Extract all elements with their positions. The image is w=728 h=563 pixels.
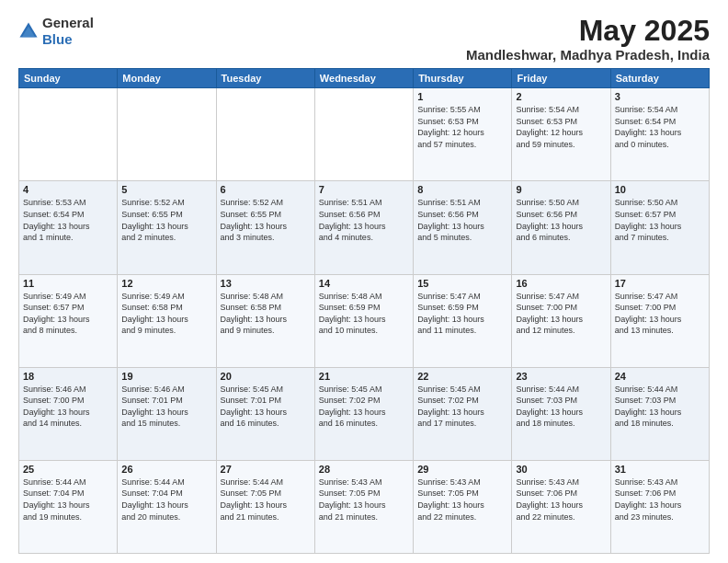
logo-blue: Blue: [42, 31, 73, 47]
day-info: Sunrise: 5:48 AM Sunset: 6:58 PM Dayligh…: [221, 291, 311, 337]
day-number: 29: [417, 464, 507, 475]
day-info: Sunrise: 5:54 AM Sunset: 6:54 PM Dayligh…: [615, 104, 705, 150]
calendar-cell: 7Sunrise: 5:51 AM Sunset: 6:56 PM Daylig…: [314, 181, 413, 274]
calendar-cell: 26Sunrise: 5:44 AM Sunset: 7:04 PM Dayli…: [118, 460, 216, 553]
calendar-cell: 27Sunrise: 5:44 AM Sunset: 7:05 PM Dayli…: [216, 460, 314, 553]
day-number: 16: [516, 278, 606, 289]
day-number: 28: [319, 464, 409, 475]
calendar-header-thursday: Thursday: [414, 69, 512, 88]
day-number: 13: [221, 278, 311, 289]
day-info: Sunrise: 5:46 AM Sunset: 7:01 PM Dayligh…: [121, 384, 211, 430]
day-number: 23: [516, 371, 606, 382]
calendar-table: SundayMondayTuesdayWednesdayThursdayFrid…: [18, 68, 710, 554]
calendar-week-row: 18Sunrise: 5:46 AM Sunset: 7:00 PM Dayli…: [19, 367, 710, 460]
day-number: 2: [516, 91, 606, 102]
day-info: Sunrise: 5:55 AM Sunset: 6:53 PM Dayligh…: [417, 104, 507, 150]
calendar-cell: 3Sunrise: 5:54 AM Sunset: 6:54 PM Daylig…: [610, 88, 709, 181]
calendar-cell: 28Sunrise: 5:43 AM Sunset: 7:05 PM Dayli…: [314, 460, 413, 553]
calendar-week-row: 11Sunrise: 5:49 AM Sunset: 6:57 PM Dayli…: [19, 274, 710, 367]
day-info: Sunrise: 5:49 AM Sunset: 6:58 PM Dayligh…: [121, 291, 211, 337]
day-number: 14: [319, 278, 409, 289]
day-number: 12: [121, 278, 211, 289]
calendar-cell: 4Sunrise: 5:53 AM Sunset: 6:54 PM Daylig…: [19, 181, 118, 274]
calendar-cell: 22Sunrise: 5:45 AM Sunset: 7:02 PM Dayli…: [414, 367, 512, 460]
day-info: Sunrise: 5:43 AM Sunset: 7:06 PM Dayligh…: [516, 477, 606, 523]
day-info: Sunrise: 5:43 AM Sunset: 7:05 PM Dayligh…: [319, 477, 409, 523]
day-number: 3: [615, 91, 705, 102]
day-info: Sunrise: 5:44 AM Sunset: 7:04 PM Dayligh…: [23, 477, 113, 523]
calendar-cell: [118, 88, 216, 181]
day-number: 10: [615, 184, 705, 195]
day-number: 15: [417, 278, 507, 289]
calendar-cell: 24Sunrise: 5:44 AM Sunset: 7:03 PM Dayli…: [610, 367, 709, 460]
subtitle: Mandleshwar, Madhya Pradesh, India: [466, 47, 710, 63]
calendar-cell: 21Sunrise: 5:45 AM Sunset: 7:02 PM Dayli…: [314, 367, 413, 460]
day-number: 25: [23, 464, 113, 475]
calendar-cell: 12Sunrise: 5:49 AM Sunset: 6:58 PM Dayli…: [118, 274, 216, 367]
day-info: Sunrise: 5:51 AM Sunset: 6:56 PM Dayligh…: [417, 197, 507, 243]
calendar-cell: 2Sunrise: 5:54 AM Sunset: 6:53 PM Daylig…: [512, 88, 610, 181]
day-number: 11: [23, 278, 113, 289]
day-info: Sunrise: 5:43 AM Sunset: 7:05 PM Dayligh…: [417, 477, 507, 523]
calendar-week-row: 4Sunrise: 5:53 AM Sunset: 6:54 PM Daylig…: [19, 181, 710, 274]
calendar-header-sunday: Sunday: [19, 69, 118, 88]
calendar-cell: 8Sunrise: 5:51 AM Sunset: 6:56 PM Daylig…: [414, 181, 512, 274]
calendar-cell: [216, 88, 314, 181]
calendar-cell: 30Sunrise: 5:43 AM Sunset: 7:06 PM Dayli…: [512, 460, 610, 553]
day-info: Sunrise: 5:47 AM Sunset: 6:59 PM Dayligh…: [417, 291, 507, 337]
calendar-header-wednesday: Wednesday: [314, 69, 413, 88]
day-info: Sunrise: 5:54 AM Sunset: 6:53 PM Dayligh…: [516, 104, 606, 150]
main-title: May 2025: [466, 15, 710, 47]
day-info: Sunrise: 5:45 AM Sunset: 7:02 PM Dayligh…: [417, 384, 507, 430]
calendar-cell: 10Sunrise: 5:50 AM Sunset: 6:57 PM Dayli…: [610, 181, 709, 274]
calendar-cell: 25Sunrise: 5:44 AM Sunset: 7:04 PM Dayli…: [19, 460, 118, 553]
calendar-week-row: 1Sunrise: 5:55 AM Sunset: 6:53 PM Daylig…: [19, 88, 710, 181]
day-info: Sunrise: 5:44 AM Sunset: 7:04 PM Dayligh…: [121, 477, 211, 523]
calendar-header-monday: Monday: [118, 69, 216, 88]
day-info: Sunrise: 5:44 AM Sunset: 7:03 PM Dayligh…: [516, 384, 606, 430]
calendar-cell: [314, 88, 413, 181]
day-number: 22: [417, 371, 507, 382]
calendar-cell: 16Sunrise: 5:47 AM Sunset: 7:00 PM Dayli…: [512, 274, 610, 367]
calendar-cell: 20Sunrise: 5:45 AM Sunset: 7:01 PM Dayli…: [216, 367, 314, 460]
day-number: 5: [121, 184, 211, 195]
day-number: 24: [615, 371, 705, 382]
calendar-header-tuesday: Tuesday: [216, 69, 314, 88]
title-block: May 2025 Mandleshwar, Madhya Pradesh, In…: [466, 15, 710, 63]
day-number: 18: [23, 371, 113, 382]
day-number: 4: [23, 184, 113, 195]
day-info: Sunrise: 5:51 AM Sunset: 6:56 PM Dayligh…: [319, 197, 409, 243]
day-info: Sunrise: 5:46 AM Sunset: 7:00 PM Dayligh…: [23, 384, 113, 430]
calendar-cell: 23Sunrise: 5:44 AM Sunset: 7:03 PM Dayli…: [512, 367, 610, 460]
calendar-cell: 15Sunrise: 5:47 AM Sunset: 6:59 PM Dayli…: [414, 274, 512, 367]
day-number: 21: [319, 371, 409, 382]
calendar-week-row: 25Sunrise: 5:44 AM Sunset: 7:04 PM Dayli…: [19, 460, 710, 553]
day-info: Sunrise: 5:44 AM Sunset: 7:05 PM Dayligh…: [221, 477, 311, 523]
day-info: Sunrise: 5:53 AM Sunset: 6:54 PM Dayligh…: [23, 197, 113, 243]
calendar-header-friday: Friday: [512, 69, 610, 88]
day-number: 6: [221, 184, 311, 195]
day-info: Sunrise: 5:52 AM Sunset: 6:55 PM Dayligh…: [121, 197, 211, 243]
calendar-cell: 13Sunrise: 5:48 AM Sunset: 6:58 PM Dayli…: [216, 274, 314, 367]
calendar-cell: 6Sunrise: 5:52 AM Sunset: 6:55 PM Daylig…: [216, 181, 314, 274]
day-number: 30: [516, 464, 606, 475]
calendar-cell: [19, 88, 118, 181]
calendar-header-saturday: Saturday: [610, 69, 709, 88]
calendar-cell: 19Sunrise: 5:46 AM Sunset: 7:01 PM Dayli…: [118, 367, 216, 460]
day-info: Sunrise: 5:45 AM Sunset: 7:02 PM Dayligh…: [319, 384, 409, 430]
day-info: Sunrise: 5:47 AM Sunset: 7:00 PM Dayligh…: [516, 291, 606, 337]
day-number: 20: [221, 371, 311, 382]
day-number: 27: [221, 464, 311, 475]
calendar-header-row: SundayMondayTuesdayWednesdayThursdayFrid…: [19, 69, 710, 88]
day-info: Sunrise: 5:45 AM Sunset: 7:01 PM Dayligh…: [221, 384, 311, 430]
calendar-cell: 17Sunrise: 5:47 AM Sunset: 7:00 PM Dayli…: [610, 274, 709, 367]
day-info: Sunrise: 5:49 AM Sunset: 6:57 PM Dayligh…: [23, 291, 113, 337]
logo-icon: [18, 21, 39, 41]
calendar-cell: 11Sunrise: 5:49 AM Sunset: 6:57 PM Dayli…: [19, 274, 118, 367]
logo-general: General: [42, 15, 94, 30]
calendar-cell: 18Sunrise: 5:46 AM Sunset: 7:00 PM Dayli…: [19, 367, 118, 460]
day-number: 26: [121, 464, 211, 475]
day-number: 31: [615, 464, 705, 475]
day-info: Sunrise: 5:43 AM Sunset: 7:06 PM Dayligh…: [615, 477, 705, 523]
calendar-cell: 9Sunrise: 5:50 AM Sunset: 6:56 PM Daylig…: [512, 181, 610, 274]
